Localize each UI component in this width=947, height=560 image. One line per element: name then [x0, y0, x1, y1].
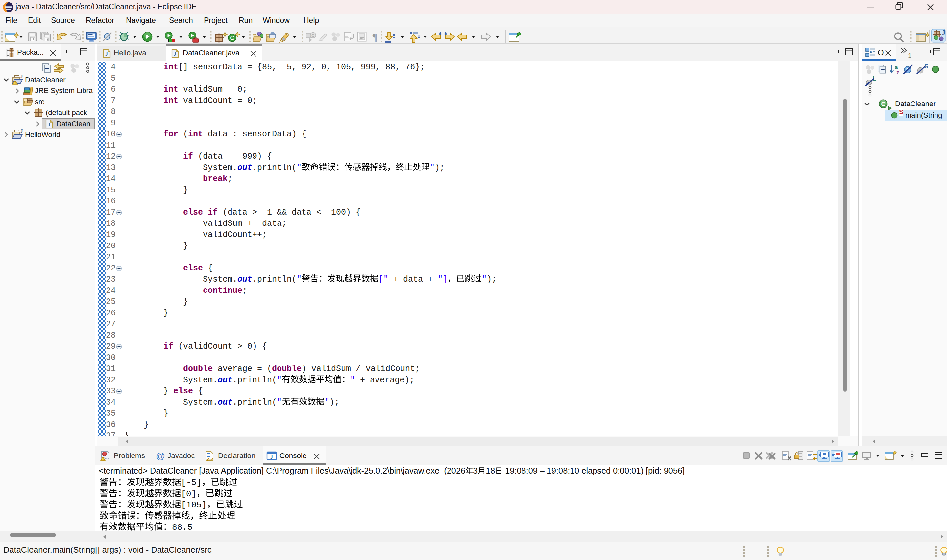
svg-text:J: J [48, 122, 50, 127]
svg-text:@: @ [156, 451, 165, 461]
svg-text:C: C [311, 33, 315, 38]
svg-text:z: z [896, 69, 899, 75]
svg-text:C: C [881, 101, 885, 108]
svg-text:J: J [20, 75, 23, 79]
svg-text:1: 1 [908, 52, 912, 59]
svg-text:J: J [174, 51, 176, 57]
svg-text:J: J [20, 129, 23, 134]
svg-text:J: J [270, 454, 273, 460]
svg-text:¶: ¶ [372, 32, 377, 43]
svg-text:J: J [942, 29, 945, 36]
svg-text:J: J [105, 51, 108, 57]
svg-text:C: C [230, 34, 234, 42]
